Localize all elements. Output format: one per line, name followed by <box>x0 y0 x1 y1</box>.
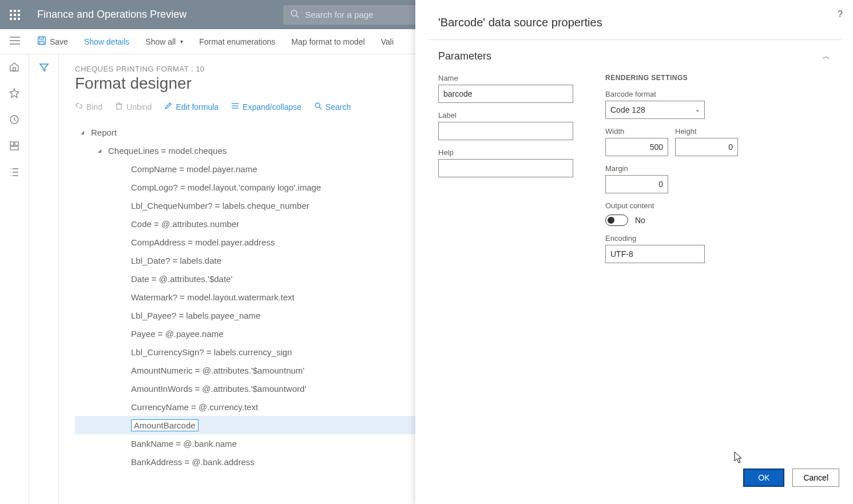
search-button[interactable]: Search <box>314 102 351 112</box>
show-details-button[interactable]: Show details <box>76 29 137 54</box>
panel-title: 'Barcode' data source properties <box>415 0 853 39</box>
svg-rect-0 <box>10 10 12 12</box>
svg-line-10 <box>296 15 299 18</box>
filter-icon[interactable] <box>39 62 49 504</box>
expand-icon <box>231 102 239 112</box>
svg-rect-8 <box>18 18 20 20</box>
format-enumerations-button[interactable]: Format enumerations <box>191 29 283 54</box>
tree-node-label: BankName = @.bank.name <box>131 439 237 449</box>
svg-rect-15 <box>39 37 43 39</box>
height-label: Height <box>675 127 738 136</box>
width-label: Width <box>605 127 668 136</box>
app-title: Finance and Operations Preview <box>29 9 195 21</box>
tree-node-label: CompLogo? = model.layout.'company logo'.… <box>131 182 321 192</box>
show-all-label: Show all <box>145 37 176 46</box>
barcode-format-select[interactable]: ⌄ <box>605 101 705 119</box>
help-label: Help <box>438 148 573 157</box>
help-input[interactable] <box>438 159 573 177</box>
output-content-toggle[interactable] <box>605 215 628 226</box>
name-input[interactable] <box>438 85 573 103</box>
chevron-down-icon: ▾ <box>180 38 183 45</box>
left-nav-rail <box>0 54 29 504</box>
svg-rect-16 <box>39 41 44 45</box>
tree-node-label: CompAddress = model.payer.address <box>131 237 275 247</box>
recent-icon[interactable] <box>9 114 20 125</box>
height-input[interactable] <box>675 138 738 156</box>
expand-collapse-button[interactable]: Expand/collapse <box>231 102 301 112</box>
label-label: Label <box>438 111 573 120</box>
output-content-value: No <box>635 216 645 225</box>
save-button[interactable]: Save <box>29 29 76 54</box>
workspaces-icon[interactable] <box>9 140 20 152</box>
margin-label: Margin <box>605 164 830 173</box>
help-icon[interactable]: ? <box>838 9 843 19</box>
edit-formula-button[interactable]: Edit formula <box>164 102 219 112</box>
search-icon <box>314 102 322 112</box>
search-icon <box>290 9 299 21</box>
svg-rect-28 <box>117 104 121 109</box>
panel-right-column: RENDERING SETTINGS Barcode format ⌄ Widt… <box>605 74 830 263</box>
tree-node-label: Date = @.attributes.'$date' <box>131 274 232 284</box>
svg-rect-6 <box>10 18 12 20</box>
ok-button[interactable]: OK <box>743 469 784 487</box>
svg-rect-3 <box>10 14 12 16</box>
tree-node-label: Lbl_CurrencySign? = labels.currency_sign <box>131 347 292 357</box>
tree-node-label: AmountBarcode <box>131 419 199 431</box>
tree-node-label: Payee = @.payee.name <box>131 329 224 339</box>
svg-point-34 <box>315 103 320 108</box>
properties-panel: ? 'Barcode' data source properties Param… <box>415 0 853 504</box>
encoding-input[interactable] <box>605 245 705 263</box>
rendering-heading: RENDERING SETTINGS <box>605 74 830 82</box>
encoding-label: Encoding <box>605 234 830 243</box>
edit-formula-label: Edit formula <box>176 102 219 112</box>
validate-button[interactable]: Vali <box>373 29 402 54</box>
tree-node-label: Report <box>91 128 117 137</box>
map-format-button[interactable]: Map format to model <box>283 29 372 54</box>
svg-rect-2 <box>18 10 20 12</box>
svg-rect-19 <box>10 142 14 145</box>
home-icon[interactable] <box>9 61 20 73</box>
favorites-icon[interactable] <box>9 88 20 99</box>
parameters-section-header[interactable]: Parameters ︿ <box>415 40 853 66</box>
svg-rect-5 <box>18 14 20 16</box>
panel-body: Name Label Help RENDERING SETTINGS Barco… <box>415 66 853 271</box>
unbind-button[interactable]: Unbind <box>115 102 152 112</box>
cancel-button[interactable]: Cancel <box>792 469 839 487</box>
svg-point-9 <box>291 10 297 16</box>
caret-icon[interactable]: ◢ <box>81 130 88 135</box>
tree-node-label: ChequeLines = model.cheques <box>108 146 227 156</box>
barcode-format-label: Barcode format <box>605 90 830 98</box>
bind-button[interactable]: Bind <box>75 102 102 112</box>
tree-node-label: BankAddress = @.bank.address <box>131 457 255 467</box>
filter-column <box>29 54 59 504</box>
tree-node-label: CompName = model.payer.name <box>131 164 257 174</box>
tree-node-label: Lbl_Payee? = labels.payee_name <box>131 311 260 320</box>
svg-rect-1 <box>14 10 16 12</box>
save-label: Save <box>50 37 68 46</box>
app-launcher-icon[interactable] <box>0 10 29 20</box>
link-icon <box>75 102 83 112</box>
panel-left-column: Name Label Help <box>438 74 573 263</box>
panel-footer: OK Cancel <box>415 469 853 504</box>
margin-input[interactable] <box>605 175 668 193</box>
svg-line-35 <box>319 107 322 109</box>
label-input[interactable] <box>438 122 573 140</box>
svg-rect-7 <box>14 18 16 20</box>
barcode-format-value[interactable] <box>605 101 705 119</box>
save-icon <box>37 36 46 47</box>
tree-node-label: Watermark? = model.layout.watermark.text <box>131 292 295 302</box>
width-input[interactable] <box>605 138 668 156</box>
caret-icon[interactable]: ◢ <box>98 148 105 153</box>
modules-icon[interactable] <box>9 166 20 178</box>
show-all-button[interactable]: Show all ▾ <box>137 29 191 54</box>
unbind-label: Unbind <box>126 102 152 112</box>
pencil-icon <box>164 102 172 112</box>
hamburger-icon[interactable] <box>10 37 20 46</box>
svg-rect-4 <box>14 14 16 16</box>
tree-node-label: AmountInWords = @.attributes.'$amountwor… <box>131 384 306 394</box>
tree-node-label: Lbl_ChequeNumber? = labels.cheque_number <box>131 201 309 211</box>
bind-label: Bind <box>86 102 102 112</box>
tree-node-label: AmountNumeric = @.attributes.'$amountnum… <box>131 366 304 375</box>
output-content-label: Output content <box>605 201 830 210</box>
chevron-up-icon: ︿ <box>822 51 830 62</box>
